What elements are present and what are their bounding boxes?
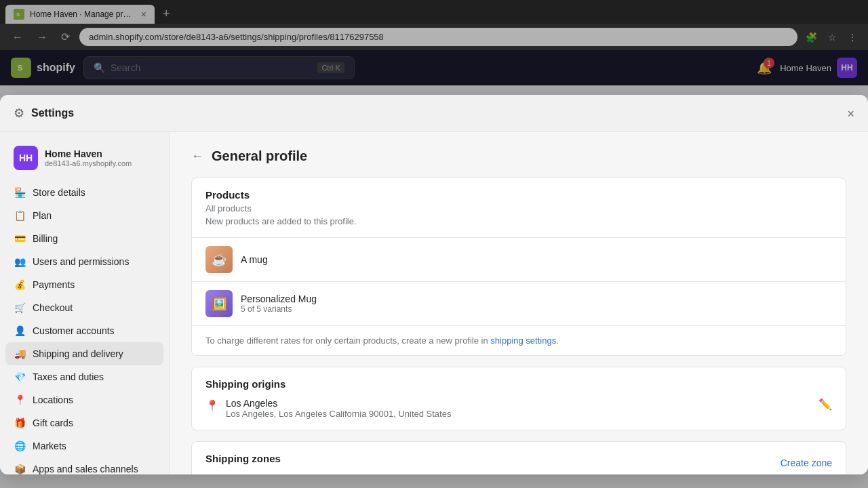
settings-overlay: ⚙ Settings × HH Home Haven de8143-a6.mys… (0, 0, 868, 85)
